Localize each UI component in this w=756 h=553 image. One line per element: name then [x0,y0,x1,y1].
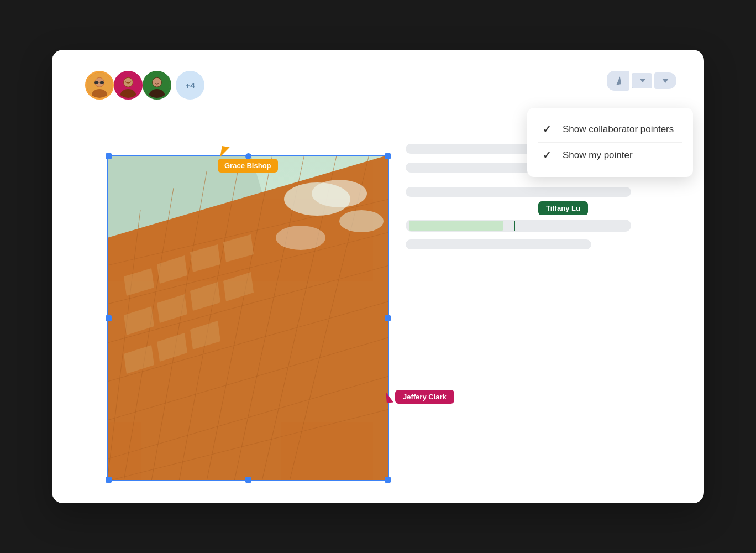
pointer-chevron-button[interactable] [654,72,676,89]
content-line-4 [406,239,591,249]
pointer-dropdown-button[interactable] [632,73,652,88]
jeffery-cursor-arrow [386,392,393,403]
grace-bishop-cursor: Grace Bishop [218,147,278,173]
checkmark-my-pointer: ✓ [543,149,554,161]
chevron-down-icon [662,79,669,83]
avatar-user1[interactable] [85,71,114,100]
avatar-more[interactable]: +4 [176,71,204,100]
svg-point-48 [276,226,326,250]
avatar-user2[interactable] [114,71,143,100]
cursor-icon [615,76,621,85]
dropdown-menu: ✓ Show collaborator pointers ✓ Show my p… [527,108,693,177]
pointer-controls [607,71,676,91]
svg-rect-5 [100,81,104,84]
svg-point-46 [312,180,367,207]
tiffany-lu-label: Tiffany Lu [538,201,588,215]
text-input-mock[interactable] [406,220,631,232]
svg-point-14 [153,78,161,87]
svg-point-47 [339,210,384,232]
grace-bishop-label: Grace Bishop [218,159,278,173]
avatars-row: +4 [85,71,204,100]
svg-rect-4 [95,81,98,84]
grace-cursor-arrow [220,146,229,158]
svg-point-10 [124,78,133,87]
dropdown-arrow-icon [640,79,645,82]
checkmark-collaborator: ✓ [543,123,554,135]
pointer-button[interactable] [607,71,629,91]
dropdown-label-collaborator: Show collaborator pointers [563,124,674,135]
building-svg [107,155,389,481]
text-cursor [514,221,515,231]
content-line-3 [406,187,631,197]
dropdown-item-my-pointer[interactable]: ✓ Show my pointer [538,143,682,168]
jeffery-clark-cursor: Jeffery Clark [386,390,454,404]
dropdown-item-collaborator-pointers[interactable]: ✓ Show collaborator pointers [538,117,682,143]
jeffery-clark-label: Jeffery Clark [395,390,454,404]
main-card: +4 ✓ Show collaborator pointers ✓ Show m… [52,50,704,503]
image-container[interactable]: Grace Bishop [107,155,389,481]
dropdown-label-my-pointer: Show my pointer [563,150,633,161]
building-image [107,155,389,481]
avatar-user3[interactable] [143,71,171,100]
tiffany-cursor-area: Tiffany Lu [406,187,671,249]
text-selection-highlight [409,221,503,231]
